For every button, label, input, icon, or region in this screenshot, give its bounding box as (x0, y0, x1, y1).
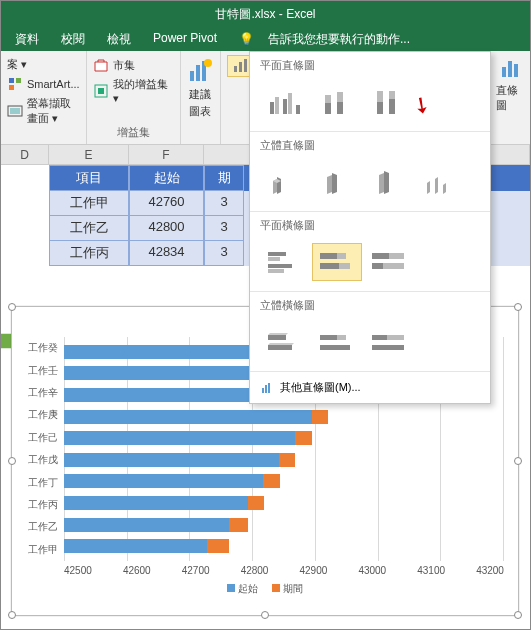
column-chart-dropdown-menu: ➘ 平面直條圖 立體直條圖 平面橫條圖 立體橫條圖 其他直條圖(M)... (249, 51, 491, 404)
chart-legend[interactable]: 起始 期間 (12, 582, 518, 596)
dd-section-2d-column: 平面直條圖 (250, 52, 490, 79)
screenshot-button[interactable]: 螢幕擷取畫面 ▾ (7, 94, 80, 128)
svg-rect-47 (383, 263, 404, 269)
col-hdr-f[interactable]: F (129, 145, 204, 164)
svg-rect-0 (9, 78, 14, 83)
screenshot-icon (7, 103, 23, 119)
tab-view[interactable]: 檢視 (97, 27, 141, 51)
svg-rect-58 (268, 383, 270, 393)
svg-rect-51 (337, 335, 346, 340)
smartart-button[interactable]: SmartArt... (7, 74, 80, 94)
stacked-column-thumb[interactable] (312, 83, 362, 121)
svg-rect-41 (337, 253, 346, 259)
resize-handle[interactable] (8, 303, 16, 311)
svg-rect-6 (98, 88, 104, 94)
my-addins-button[interactable]: 我的增益集 ▾ (93, 75, 174, 107)
svg-rect-52 (320, 345, 350, 350)
svg-rect-35 (389, 91, 395, 99)
x-axis-labels: 4250042600427004280042900430004310043200 (64, 565, 504, 576)
stacked-bar-thumb[interactable] (312, 243, 362, 281)
dd-section-3d-bar: 立體橫條圖 (250, 292, 490, 319)
recommended-charts-button[interactable]: 建議圖表 (184, 55, 216, 121)
svg-rect-57 (265, 385, 267, 393)
th-dur[interactable]: 期 (204, 165, 244, 191)
stacked100-column-thumb[interactable] (364, 83, 414, 121)
svg-rect-7 (190, 71, 194, 81)
col-hdr-e[interactable]: E (49, 145, 129, 164)
tab-powerpivot[interactable]: Power Pivot (143, 27, 227, 51)
3d-clustered-bar-thumb[interactable] (260, 323, 310, 361)
svg-rect-45 (389, 253, 404, 259)
svg-rect-25 (283, 99, 287, 114)
ribbon-tabs: 資料 校閱 檢視 Power Pivot 💡 告訴我您想要執行的動作... (1, 27, 530, 51)
3d-stacked100-column-thumb[interactable] (364, 163, 414, 201)
y-axis-labels: 工作癸工作壬工作辛工作庚工作己工作戊工作丁工作丙工作乙工作甲 (18, 337, 58, 561)
resize-handle[interactable] (514, 303, 522, 311)
3d-stacked-bar-thumb[interactable] (312, 323, 362, 361)
svg-rect-23 (270, 102, 274, 114)
svg-rect-27 (296, 105, 300, 114)
3d-stacked100-bar-thumb[interactable] (364, 323, 414, 361)
sparkline-icon (496, 57, 524, 81)
store-icon (93, 57, 109, 73)
svg-rect-8 (196, 65, 200, 81)
svg-rect-29 (325, 95, 331, 103)
svg-rect-2 (9, 85, 14, 90)
3d-column-thumb[interactable] (416, 163, 466, 201)
svg-rect-22 (514, 64, 518, 77)
svg-rect-12 (239, 62, 242, 72)
3d-clustered-column-thumb[interactable] (260, 163, 310, 201)
store-button[interactable]: 市集 (93, 55, 174, 75)
svg-rect-20 (502, 67, 506, 77)
svg-rect-1 (16, 78, 21, 83)
tab-review[interactable]: 校閱 (51, 27, 95, 51)
more-column-charts[interactable]: 其他直條圖(M)... (250, 372, 490, 403)
svg-rect-36 (268, 252, 286, 256)
resize-handle[interactable] (514, 457, 522, 465)
dd-section-2d-bar: 平面橫條圖 (250, 212, 490, 239)
stacked100-bar-thumb[interactable] (364, 243, 414, 281)
resize-handle[interactable] (8, 611, 16, 619)
svg-rect-31 (337, 92, 343, 102)
addins-group-label: 增益集 (93, 123, 174, 140)
addins-icon (93, 83, 109, 99)
th-start[interactable]: 起始 (129, 165, 204, 191)
sparkline-button[interactable]: 直條圖 (494, 55, 526, 115)
dd-section-3d-column: 立體直條圖 (250, 132, 490, 159)
clustered-column-thumb[interactable] (260, 83, 310, 121)
svg-rect-4 (10, 108, 20, 114)
svg-rect-37 (268, 257, 280, 261)
3d-stacked-column-thumb[interactable] (312, 163, 362, 201)
svg-rect-54 (387, 335, 404, 340)
illustrations-menu[interactable]: 案 ▾ (7, 55, 80, 74)
svg-rect-48 (268, 335, 286, 340)
legend-swatch-duration (272, 584, 280, 592)
legend-swatch-start (227, 584, 235, 592)
clustered-bar-thumb[interactable] (260, 243, 310, 281)
svg-rect-11 (234, 66, 237, 72)
th-item[interactable]: 項目 (49, 165, 129, 191)
resize-handle[interactable] (8, 457, 16, 465)
svg-rect-26 (288, 93, 292, 114)
svg-rect-39 (268, 269, 284, 273)
svg-rect-13 (244, 59, 247, 72)
svg-rect-38 (268, 264, 292, 268)
col-hdr-d[interactable]: D (1, 145, 49, 164)
svg-rect-33 (377, 91, 383, 102)
svg-rect-43 (339, 263, 350, 269)
more-charts-icon (260, 381, 274, 395)
tab-data[interactable]: 資料 (5, 27, 49, 51)
resize-handle[interactable] (261, 611, 269, 619)
svg-rect-56 (262, 388, 264, 393)
svg-rect-55 (372, 345, 404, 350)
svg-rect-49 (268, 345, 292, 350)
svg-point-10 (204, 59, 212, 67)
tell-me-search[interactable]: 💡 告訴我您想要執行的動作... (229, 27, 430, 51)
svg-rect-21 (508, 61, 512, 77)
window-title: 甘特圖.xlsx - Excel (215, 6, 315, 23)
recommended-charts-icon (186, 57, 214, 85)
resize-handle[interactable] (514, 611, 522, 619)
title-bar: 甘特圖.xlsx - Excel (1, 1, 530, 27)
svg-rect-24 (275, 97, 279, 114)
smartart-icon (7, 76, 23, 92)
